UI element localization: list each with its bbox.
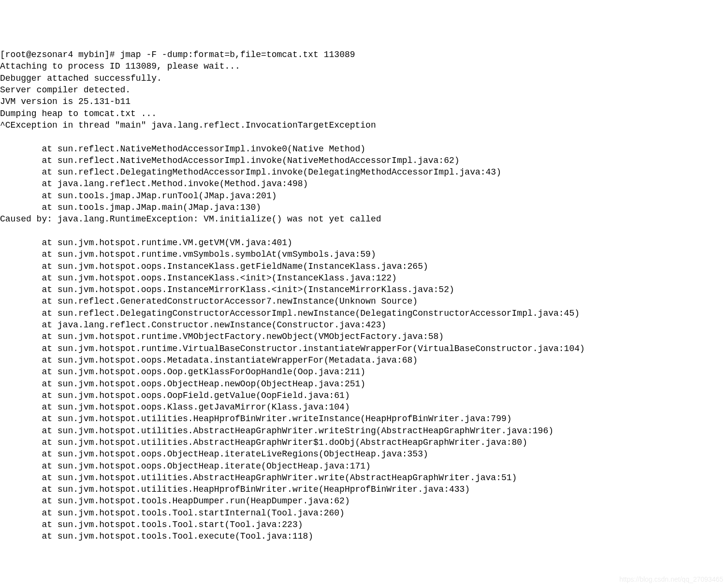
output-line: Debugger attached successfully. xyxy=(0,73,728,84)
stack-frame: at sun.jvm.hotspot.runtime.VM.getVM(VM.j… xyxy=(0,237,728,249)
stack-frame: at sun.jvm.hotspot.oops.Oop.getKlassForO… xyxy=(0,366,728,378)
output-line: Server compiler detected. xyxy=(0,84,728,96)
stack-frame: at sun.jvm.hotspot.oops.OopField.getValu… xyxy=(0,390,728,401)
watermark-text: https://blog.csdn.net/qq_27093465 xyxy=(619,575,723,584)
stack-frame: at sun.jvm.hotspot.oops.ObjectHeap.itera… xyxy=(0,448,728,460)
stack-frame: at sun.jvm.hotspot.tools.Tool.startInter… xyxy=(0,507,728,519)
stack-frame: at sun.reflect.DelegatingMethodAccessorI… xyxy=(0,166,728,178)
stack-frame: at sun.jvm.hotspot.oops.ObjectHeap.newOo… xyxy=(0,378,728,390)
stack-frame: at sun.jvm.hotspot.utilities.HeapHprofBi… xyxy=(0,413,728,425)
stack-frame: at sun.jvm.hotspot.utilities.AbstractHea… xyxy=(0,425,728,437)
output-line: Dumping heap to tomcat.txt ... xyxy=(0,108,728,119)
output-line: JVM version is 25.131-b11 xyxy=(0,96,728,107)
stack-frame: at sun.reflect.DelegatingConstructorAcce… xyxy=(0,308,728,319)
caused-by-line: Caused by: java.lang.RuntimeException: V… xyxy=(0,213,728,225)
stack-frame: at sun.jvm.hotspot.runtime.vmSymbols.sym… xyxy=(0,249,728,260)
output-line: Attaching to process ID 113089, please w… xyxy=(0,60,728,72)
stack-frame: at sun.reflect.GeneratedConstructorAcces… xyxy=(0,295,728,307)
stack-frame: at sun.jvm.hotspot.runtime.VMObjectFacto… xyxy=(0,331,728,342)
stack-frame: at sun.tools.jmap.JMap.main(JMap.java:13… xyxy=(0,202,728,213)
stack-frame: at java.lang.reflect.Constructor.newInst… xyxy=(0,319,728,331)
stack-frame: at sun.jvm.hotspot.oops.Klass.getJavaMir… xyxy=(0,401,728,413)
stack-frame: at sun.jvm.hotspot.runtime.VirtualBaseCo… xyxy=(0,343,728,354)
stack-frame: at sun.jvm.hotspot.oops.Metadata.instant… xyxy=(0,354,728,366)
stack-frame: at sun.jvm.hotspot.oops.InstanceMirrorKl… xyxy=(0,284,728,295)
exception-header: ^CException in thread "main" java.lang.r… xyxy=(0,119,728,131)
stack-frame: at sun.jvm.hotspot.tools.Tool.start(Tool… xyxy=(0,519,728,530)
stack-frame: at sun.jvm.hotspot.tools.HeapDumper.run(… xyxy=(0,495,728,507)
stack-frame: at sun.reflect.NativeMethodAccessorImpl.… xyxy=(0,143,728,155)
stack-frame: at sun.jvm.hotspot.utilities.HeapHprofBi… xyxy=(0,484,728,495)
stack-frame: at sun.jvm.hotspot.oops.InstanceKlass.<i… xyxy=(0,272,728,284)
shell-command: jmap -F -dump:format=b,file=tomcat.txt 1… xyxy=(120,50,355,59)
stack-frame: at java.lang.reflect.Method.invoke(Metho… xyxy=(0,178,728,190)
stack-frame: at sun.jvm.hotspot.oops.InstanceKlass.ge… xyxy=(0,261,728,272)
terminal-output[interactable]: [root@ezsonar4 mybin]# jmap -F -dump:for… xyxy=(0,47,728,544)
shell-prompt: [root@ezsonar4 mybin]# xyxy=(0,50,120,59)
stack-frame: at sun.jvm.hotspot.utilities.AbstractHea… xyxy=(0,437,728,448)
stack-frame: at sun.reflect.NativeMethodAccessorImpl.… xyxy=(0,155,728,166)
stack-frame: at sun.jvm.hotspot.utilities.AbstractHea… xyxy=(0,472,728,484)
stack-frame: at sun.jvm.hotspot.oops.ObjectHeap.itera… xyxy=(0,460,728,472)
stack-frame: at sun.tools.jmap.JMap.runTool(JMap.java… xyxy=(0,190,728,202)
stack-frame: at sun.jvm.hotspot.tools.Tool.execute(To… xyxy=(0,530,728,542)
